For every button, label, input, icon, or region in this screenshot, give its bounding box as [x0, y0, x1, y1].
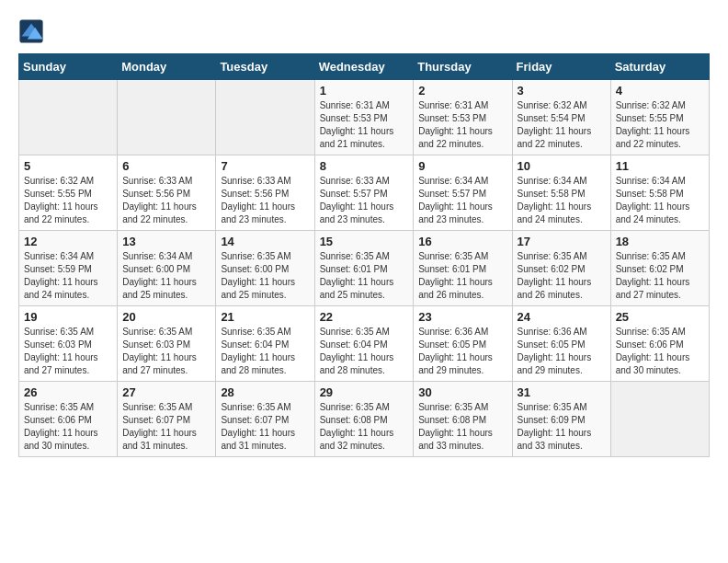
day-number: 30	[418, 385, 506, 399]
day-info: Sunrise: 6:35 AM Sunset: 6:01 PM Dayligh…	[418, 250, 506, 302]
day-header-wednesday: Wednesday	[314, 54, 414, 80]
calendar-cell: 18Sunrise: 6:35 AM Sunset: 6:02 PM Dayli…	[610, 231, 709, 306]
day-number: 18	[616, 235, 704, 248]
day-number: 3	[518, 84, 606, 98]
day-number: 29	[320, 385, 409, 399]
calendar-cell: 30Sunrise: 6:35 AM Sunset: 6:08 PM Dayli…	[414, 382, 512, 457]
calendar-cell: 20Sunrise: 6:35 AM Sunset: 6:03 PM Dayli…	[118, 306, 216, 382]
day-header-tuesday: Tuesday	[216, 54, 314, 80]
day-number: 16	[418, 235, 506, 248]
day-info: Sunrise: 6:33 AM Sunset: 5:56 PM Dayligh…	[122, 175, 210, 226]
day-number: 9	[418, 159, 506, 173]
calendar-cell: 24Sunrise: 6:36 AM Sunset: 6:05 PM Dayli…	[512, 306, 610, 382]
day-info: Sunrise: 6:35 AM Sunset: 6:00 PM Dayligh…	[221, 250, 309, 302]
day-info: Sunrise: 6:36 AM Sunset: 6:05 PM Dayligh…	[518, 326, 606, 377]
day-number: 23	[418, 310, 506, 324]
calendar-cell: 6Sunrise: 6:33 AM Sunset: 5:56 PM Daylig…	[118, 155, 216, 231]
day-number: 14	[221, 235, 309, 248]
calendar-cell: 10Sunrise: 6:34 AM Sunset: 5:58 PM Dayli…	[512, 155, 610, 231]
page-header	[18, 18, 710, 44]
logo-icon	[18, 18, 44, 44]
calendar-cell: 22Sunrise: 6:35 AM Sunset: 6:04 PM Dayli…	[314, 306, 414, 382]
day-info: Sunrise: 6:35 AM Sunset: 6:02 PM Dayligh…	[518, 250, 606, 302]
calendar-cell: 17Sunrise: 6:35 AM Sunset: 6:02 PM Dayli…	[512, 231, 610, 306]
day-number: 22	[320, 310, 409, 324]
calendar-table: SundayMondayTuesdayWednesdayThursdayFrid…	[18, 53, 710, 457]
calendar-cell: 19Sunrise: 6:35 AM Sunset: 6:03 PM Dayli…	[19, 306, 118, 382]
day-info: Sunrise: 6:32 AM Sunset: 5:55 PM Dayligh…	[616, 99, 704, 151]
calendar-week-row: 26Sunrise: 6:35 AM Sunset: 6:06 PM Dayli…	[19, 382, 710, 457]
calendar-cell: 12Sunrise: 6:34 AM Sunset: 5:59 PM Dayli…	[19, 231, 118, 306]
day-header-thursday: Thursday	[414, 54, 512, 80]
day-number: 26	[24, 385, 112, 399]
day-info: Sunrise: 6:34 AM Sunset: 5:57 PM Dayligh…	[418, 175, 506, 226]
day-info: Sunrise: 6:35 AM Sunset: 6:01 PM Dayligh…	[320, 250, 409, 302]
day-header-friday: Friday	[512, 54, 610, 80]
day-number: 17	[518, 235, 606, 248]
day-info: Sunrise: 6:31 AM Sunset: 5:53 PM Dayligh…	[320, 99, 409, 151]
day-number: 8	[320, 159, 409, 173]
day-info: Sunrise: 6:35 AM Sunset: 6:06 PM Dayligh…	[616, 326, 704, 377]
calendar-cell: 8Sunrise: 6:33 AM Sunset: 5:57 PM Daylig…	[314, 155, 414, 231]
day-number: 24	[518, 310, 606, 324]
day-number: 4	[616, 84, 704, 98]
calendar-cell	[216, 80, 314, 155]
day-number: 5	[24, 159, 112, 173]
day-info: Sunrise: 6:35 AM Sunset: 6:07 PM Dayligh…	[122, 401, 210, 453]
day-number: 12	[24, 235, 112, 248]
day-info: Sunrise: 6:33 AM Sunset: 5:57 PM Dayligh…	[320, 175, 409, 226]
day-number: 20	[122, 310, 210, 324]
calendar-cell: 4Sunrise: 6:32 AM Sunset: 5:55 PM Daylig…	[610, 80, 709, 155]
day-number: 2	[418, 84, 506, 98]
calendar-cell: 11Sunrise: 6:34 AM Sunset: 5:58 PM Dayli…	[610, 155, 709, 231]
calendar-week-row: 5Sunrise: 6:32 AM Sunset: 5:55 PM Daylig…	[19, 155, 710, 231]
day-number: 10	[518, 159, 606, 173]
calendar-cell: 21Sunrise: 6:35 AM Sunset: 6:04 PM Dayli…	[216, 306, 314, 382]
day-info: Sunrise: 6:33 AM Sunset: 5:56 PM Dayligh…	[221, 175, 309, 226]
calendar-cell: 28Sunrise: 6:35 AM Sunset: 6:07 PM Dayli…	[216, 382, 314, 457]
calendar-header-row: SundayMondayTuesdayWednesdayThursdayFrid…	[19, 54, 710, 80]
calendar-cell: 15Sunrise: 6:35 AM Sunset: 6:01 PM Dayli…	[314, 231, 414, 306]
day-number: 28	[221, 385, 309, 399]
calendar-cell: 2Sunrise: 6:31 AM Sunset: 5:53 PM Daylig…	[414, 80, 512, 155]
calendar-cell: 3Sunrise: 6:32 AM Sunset: 5:54 PM Daylig…	[512, 80, 610, 155]
day-info: Sunrise: 6:34 AM Sunset: 5:58 PM Dayligh…	[616, 175, 704, 226]
day-info: Sunrise: 6:31 AM Sunset: 5:53 PM Dayligh…	[418, 99, 506, 151]
calendar-cell	[610, 382, 709, 457]
day-number: 13	[122, 235, 210, 248]
day-info: Sunrise: 6:35 AM Sunset: 6:08 PM Dayligh…	[320, 401, 409, 453]
day-number: 19	[24, 310, 112, 324]
calendar-cell: 16Sunrise: 6:35 AM Sunset: 6:01 PM Dayli…	[414, 231, 512, 306]
calendar-cell: 5Sunrise: 6:32 AM Sunset: 5:55 PM Daylig…	[19, 155, 118, 231]
day-number: 11	[616, 159, 704, 173]
day-number: 31	[518, 385, 606, 399]
day-number: 6	[122, 159, 210, 173]
calendar-cell: 29Sunrise: 6:35 AM Sunset: 6:08 PM Dayli…	[314, 382, 414, 457]
calendar-cell: 23Sunrise: 6:36 AM Sunset: 6:05 PM Dayli…	[414, 306, 512, 382]
day-header-sunday: Sunday	[19, 54, 118, 80]
day-info: Sunrise: 6:35 AM Sunset: 6:06 PM Dayligh…	[24, 401, 112, 453]
calendar-cell: 9Sunrise: 6:34 AM Sunset: 5:57 PM Daylig…	[414, 155, 512, 231]
day-info: Sunrise: 6:32 AM Sunset: 5:54 PM Dayligh…	[518, 99, 606, 151]
calendar-cell: 14Sunrise: 6:35 AM Sunset: 6:00 PM Dayli…	[216, 231, 314, 306]
day-info: Sunrise: 6:35 AM Sunset: 6:07 PM Dayligh…	[221, 401, 309, 453]
day-info: Sunrise: 6:35 AM Sunset: 6:04 PM Dayligh…	[221, 326, 309, 377]
day-info: Sunrise: 6:35 AM Sunset: 6:04 PM Dayligh…	[320, 326, 409, 377]
day-info: Sunrise: 6:34 AM Sunset: 5:59 PM Dayligh…	[24, 250, 112, 302]
day-info: Sunrise: 6:35 AM Sunset: 6:09 PM Dayligh…	[518, 401, 606, 453]
day-info: Sunrise: 6:34 AM Sunset: 5:58 PM Dayligh…	[518, 175, 606, 226]
calendar-cell	[118, 80, 216, 155]
calendar-cell: 25Sunrise: 6:35 AM Sunset: 6:06 PM Dayli…	[610, 306, 709, 382]
calendar-week-row: 1Sunrise: 6:31 AM Sunset: 5:53 PM Daylig…	[19, 80, 710, 155]
calendar-cell: 1Sunrise: 6:31 AM Sunset: 5:53 PM Daylig…	[314, 80, 414, 155]
day-number: 25	[616, 310, 704, 324]
calendar-cell: 26Sunrise: 6:35 AM Sunset: 6:06 PM Dayli…	[19, 382, 118, 457]
day-header-monday: Monday	[118, 54, 216, 80]
day-info: Sunrise: 6:36 AM Sunset: 6:05 PM Dayligh…	[418, 326, 506, 377]
day-number: 7	[221, 159, 309, 173]
day-number: 1	[320, 84, 409, 98]
calendar-week-row: 12Sunrise: 6:34 AM Sunset: 5:59 PM Dayli…	[19, 231, 710, 306]
logo	[18, 18, 48, 44]
day-number: 15	[320, 235, 409, 248]
calendar-cell: 27Sunrise: 6:35 AM Sunset: 6:07 PM Dayli…	[118, 382, 216, 457]
